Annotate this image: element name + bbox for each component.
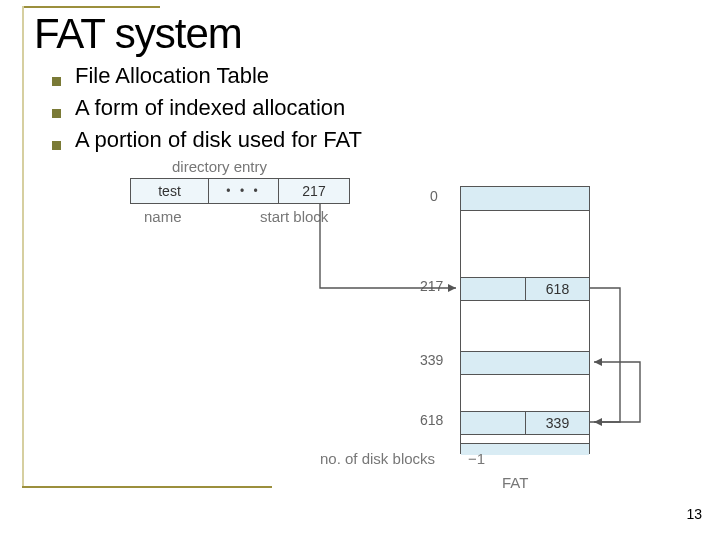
bullet-text: A portion of disk used for FAT — [75, 124, 362, 156]
entry-start: 217 — [279, 179, 349, 203]
bullet-icon — [52, 109, 61, 118]
top-rule — [22, 6, 160, 8]
fat-index-339: 339 — [420, 352, 544, 368]
slide: FAT system File Allocation Table A form … — [0, 0, 720, 540]
bullet-item: A form of indexed allocation — [52, 92, 362, 124]
entry-dots: • • • — [209, 179, 279, 203]
bullet-item: File Allocation Table — [52, 60, 362, 92]
column-name-label: name — [144, 208, 182, 225]
fat-diagram: directory entry test • • • 217 name star… — [120, 158, 680, 512]
bullet-item: A portion of disk used for FAT — [52, 124, 362, 156]
fat-index-217: 217 — [420, 278, 544, 294]
bullet-icon — [52, 141, 61, 150]
bullet-icon — [52, 77, 61, 86]
slide-title: FAT system — [34, 10, 242, 58]
bullet-text: File Allocation Table — [75, 60, 269, 92]
column-start-label: start block — [260, 208, 328, 225]
neg-one-label: −1 — [468, 450, 485, 467]
fat-index-618: 618 — [420, 412, 544, 428]
fat-label: FAT — [502, 474, 528, 491]
left-rule — [22, 6, 24, 486]
bullet-text: A form of indexed allocation — [75, 92, 345, 124]
directory-entry-box: test • • • 217 — [130, 178, 350, 204]
no-of-blocks-label: no. of disk blocks — [320, 450, 435, 467]
entry-name: test — [131, 179, 209, 203]
directory-entry-label: directory entry — [172, 158, 267, 175]
bullet-list: File Allocation Table A form of indexed … — [52, 60, 362, 156]
fat-index-0: 0 — [430, 188, 544, 204]
page-number: 13 — [686, 506, 702, 522]
